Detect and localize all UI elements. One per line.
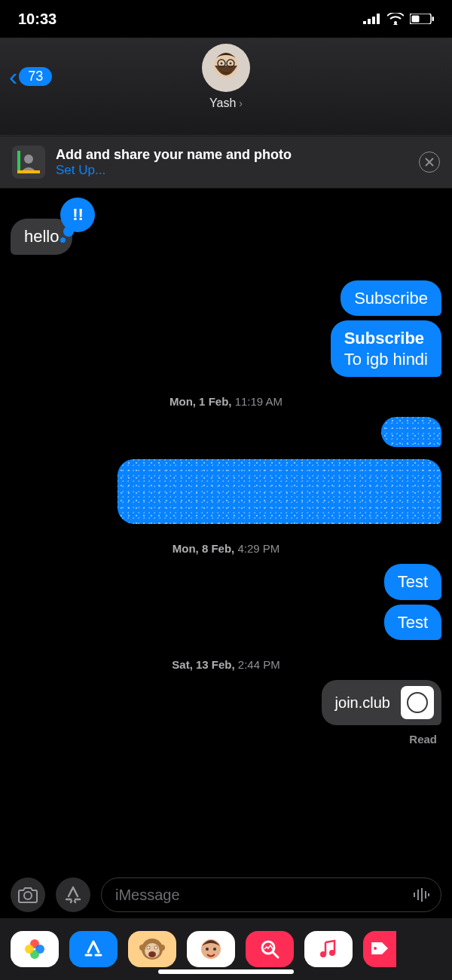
camera-button[interactable] <box>11 877 45 912</box>
music-icon <box>319 939 337 959</box>
svg-point-36 <box>139 945 145 951</box>
waveform-icon <box>412 887 430 902</box>
person-memoji-icon <box>197 936 224 963</box>
banner-close-button[interactable] <box>419 152 440 173</box>
audio-record-button[interactable] <box>408 881 435 908</box>
contact-button[interactable]: Yash › <box>202 44 250 110</box>
svg-point-11 <box>221 63 223 65</box>
app-heart[interactable] <box>363 931 396 967</box>
contact-name: Yash <box>209 96 236 110</box>
compose-placeholder: iMessage <box>115 887 408 904</box>
svg-rect-14 <box>17 151 20 173</box>
message-bubble-incoming[interactable]: hello !! <box>11 219 72 255</box>
banner-thumb-icon <box>12 145 45 179</box>
tapback-emphasize[interactable]: !! <box>60 198 95 232</box>
close-icon <box>425 158 434 167</box>
svg-point-28 <box>25 945 34 954</box>
svg-point-43 <box>320 951 326 957</box>
svg-point-4 <box>394 21 397 24</box>
invisible-ink-bubble[interactable] <box>118 459 441 524</box>
home-indicator[interactable] <box>158 969 294 974</box>
status-bar: 10:33 <box>0 0 452 38</box>
safari-icon <box>401 686 434 719</box>
tapback-label: !! <box>72 204 84 225</box>
svg-point-19 <box>24 892 32 899</box>
message-text: To igb hindi <box>344 350 428 369</box>
svg-point-45 <box>374 947 377 950</box>
svg-rect-7 <box>432 17 435 21</box>
app-store[interactable] <box>69 931 118 967</box>
status-right <box>363 13 434 25</box>
app-store-icon <box>64 886 82 904</box>
svg-point-12 <box>230 63 232 65</box>
banner-setup-link[interactable]: Set Up... <box>56 163 408 178</box>
app-photos[interactable] <box>11 931 59 967</box>
timestamp: Mon, 1 Feb, 11:19 AM <box>11 395 441 408</box>
share-name-banner: Add and share your name and photo Set Up… <box>0 136 452 188</box>
svg-rect-3 <box>377 14 380 24</box>
message-text-bold: Subscribe <box>344 329 424 348</box>
camera-icon <box>18 887 38 903</box>
back-button[interactable]: ‹ 73 <box>9 63 52 89</box>
app-image-search[interactable] <box>246 931 294 967</box>
message-bubble-outgoing[interactable]: Subscribe <box>341 280 441 317</box>
read-receipt: Read <box>11 733 441 746</box>
conversation-header: ‹ 73 Yash › <box>0 38 452 136</box>
monkey-memoji-icon <box>139 936 166 963</box>
svg-rect-1 <box>368 19 371 24</box>
invisible-ink-bubble[interactable] <box>381 417 441 447</box>
timestamp: Sat, 13 Feb, 2:44 PM <box>11 658 441 671</box>
cellular-icon <box>363 14 381 24</box>
message-list[interactable]: hello !! Subscribe Subscribe To igb hind… <box>0 188 452 870</box>
svg-point-33 <box>148 947 150 949</box>
svg-rect-6 <box>412 16 420 23</box>
message-bubble-outgoing[interactable]: Test <box>384 605 441 641</box>
app-memoji-person[interactable] <box>187 931 235 967</box>
message-bubble-outgoing[interactable]: Test <box>384 564 441 600</box>
svg-point-35 <box>148 951 156 957</box>
banner-title: Add and share your name and photo <box>56 147 408 163</box>
contact-name-row: Yash › <box>209 96 243 110</box>
battery-icon <box>410 14 434 24</box>
compose-bar: iMessage <box>0 870 452 918</box>
unread-count-badge: 73 <box>19 67 52 86</box>
app-store-a-icon <box>83 939 104 960</box>
image-search-icon <box>259 939 280 960</box>
compose-field[interactable]: iMessage <box>101 877 441 912</box>
heart-tag-icon <box>368 939 391 959</box>
message-bubble-outgoing[interactable]: Subscribe To igb hindi <box>331 320 441 377</box>
svg-point-13 <box>24 155 33 164</box>
svg-point-44 <box>329 950 335 956</box>
svg-point-39 <box>206 948 209 951</box>
svg-rect-15 <box>17 170 40 173</box>
chevron-right-icon: › <box>239 97 243 109</box>
app-store-button[interactable] <box>56 877 90 912</box>
link-text: join.club <box>335 694 390 712</box>
svg-point-37 <box>159 945 165 951</box>
message-text: Subscribe <box>354 289 428 308</box>
avatar <box>202 44 250 92</box>
svg-rect-0 <box>363 21 366 24</box>
message-text: Test <box>398 572 428 591</box>
wifi-icon <box>387 13 404 25</box>
svg-point-34 <box>155 947 157 949</box>
link-preview-bubble[interactable]: join.club <box>322 680 441 725</box>
app-memoji-monkey[interactable] <box>128 931 176 967</box>
svg-point-40 <box>213 948 216 951</box>
photos-icon <box>23 938 46 960</box>
timestamp: Mon, 8 Feb, 4:29 PM <box>11 542 441 555</box>
chevron-left-icon: ‹ <box>9 63 17 89</box>
svg-rect-2 <box>372 17 375 24</box>
app-music[interactable] <box>304 931 353 967</box>
status-time: 10:33 <box>18 11 56 28</box>
message-text: Test <box>398 613 428 632</box>
svg-line-42 <box>273 952 278 957</box>
message-text: hello <box>24 227 59 246</box>
banner-text: Add and share your name and photo Set Up… <box>56 147 408 178</box>
